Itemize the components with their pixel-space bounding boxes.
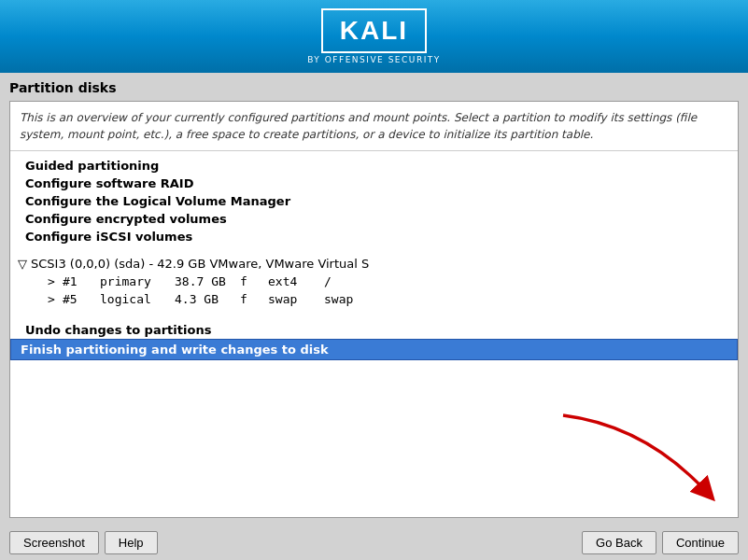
- partition-size-2: 4.3 GB: [175, 292, 240, 306]
- screenshot-button[interactable]: Screenshot: [9, 531, 99, 554]
- disk-header: ▽ SCSI3 (0,0,0) (sda) - 42.9 GB VMware, …: [10, 255, 738, 273]
- list-item-encrypted[interactable]: Configure encrypted volumes: [10, 210, 738, 228]
- description-text: This is an overview of your currently co…: [10, 102, 738, 151]
- main-content: Partition disks This is an overview of y…: [0, 73, 748, 525]
- annotation-arrow: [542, 405, 728, 508]
- partition-type-2: logical: [100, 292, 175, 306]
- go-back-button[interactable]: Go Back: [582, 531, 656, 554]
- continue-button[interactable]: Continue: [662, 531, 739, 554]
- list-item-raid[interactable]: Configure software RAID: [10, 175, 738, 192]
- footer-left: Screenshot Help: [9, 531, 158, 554]
- partition-row-1[interactable]: > #1 primary 38.7 GB f ext4 /: [10, 273, 738, 290]
- content-box: This is an overview of your currently co…: [9, 101, 739, 518]
- list-item-guided[interactable]: Guided partitioning: [10, 157, 738, 175]
- disk-label: SCSI3 (0,0,0) (sda) - 42.9 GB VMware, VM…: [31, 257, 369, 271]
- partition-num-2: #5: [63, 292, 100, 306]
- partition-list: Guided partitioning Configure software R…: [10, 151, 738, 517]
- partition-fs-2: swap: [268, 292, 324, 306]
- kali-subtitle: BY OFFENSIVE SECURITY: [307, 55, 441, 64]
- partition-mount-2: swap: [324, 292, 361, 306]
- disk-collapse-icon: ▽: [18, 257, 27, 271]
- undo-changes-item[interactable]: Undo changes to partitions: [10, 317, 738, 339]
- partition-type-1: primary: [100, 274, 175, 288]
- footer: Screenshot Help Go Back Continue: [0, 525, 748, 560]
- logo-wrap: KALI BY OFFENSIVE SECURITY: [307, 8, 441, 64]
- list-item-iscsi[interactable]: Configure iSCSI volumes: [10, 228, 738, 245]
- partition-fs-1: ext4: [268, 274, 324, 288]
- partition-row-2[interactable]: > #5 logical 4.3 GB f swap swap: [10, 290, 738, 308]
- footer-right: Go Back Continue: [582, 531, 739, 554]
- list-item-lvm[interactable]: Configure the Logical Volume Manager: [10, 192, 738, 210]
- partition-size-1: 38.7 GB: [175, 274, 240, 288]
- partition-flag-2: f: [240, 292, 268, 306]
- page-title: Partition disks: [9, 80, 739, 95]
- partition-arrow-1: >: [48, 274, 63, 288]
- kali-logo: KALI: [321, 8, 427, 53]
- partition-mount-1: /: [324, 274, 361, 288]
- header: KALI BY OFFENSIVE SECURITY: [0, 0, 748, 73]
- help-button[interactable]: Help: [105, 531, 158, 554]
- partition-num-1: #1: [63, 274, 100, 288]
- partition-flag-1: f: [240, 274, 268, 288]
- partition-arrow-2: >: [48, 292, 63, 306]
- finish-partitioning-item[interactable]: Finish partitioning and write changes to…: [10, 339, 738, 360]
